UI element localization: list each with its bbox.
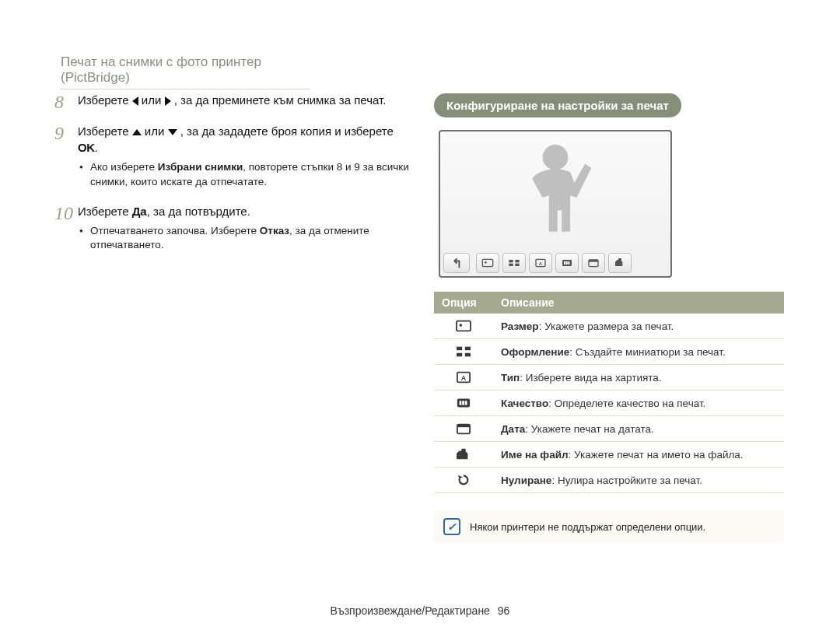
screen-icon-bar: ↰ A [443, 253, 667, 273]
table-row: Дата: Укажете печат на датата. [434, 416, 784, 442]
option-icon-cell [434, 416, 493, 442]
bullet-list: Отпечатването започва. Изберете Отказ, з… [78, 224, 412, 252]
svg-rect-28 [457, 425, 470, 428]
filename-icon-button[interactable] [608, 253, 632, 273]
table-row: Качество: Определете качество на печат. [434, 391, 784, 416]
table-row: Нулиране: Нулира настройките за печат. [434, 468, 784, 493]
arrow-right-icon [165, 96, 171, 106]
text: Изберете [78, 124, 132, 138]
text: или [145, 124, 168, 138]
svg-rect-4 [509, 264, 513, 266]
text: Изберете [78, 93, 132, 107]
layout-icon [455, 345, 472, 359]
svg-rect-9 [564, 261, 565, 264]
bold-text: Избрани снимки [158, 161, 243, 173]
option-label: Дата [501, 423, 525, 435]
text: : Укажете печат на името на файла. [569, 449, 744, 461]
quality-icon-button[interactable] [555, 253, 579, 273]
option-icon-cell: A [434, 365, 493, 391]
option-icon-cell [434, 313, 493, 339]
size-icon-button[interactable] [476, 253, 499, 273]
option-label: Качество [501, 398, 548, 409]
svg-text:A: A [461, 374, 467, 382]
page-number: 96 [498, 604, 510, 617]
page-title: Печат на снимки с фото принтер (PictBrid… [61, 54, 310, 89]
back-arrow-icon: ↰ [452, 256, 462, 271]
bullet-item: Ако изберете Избрани снимки, повторете с… [78, 160, 412, 188]
svg-rect-20 [465, 353, 471, 357]
options-table: Опция Описание Размер: Укажете размера з… [434, 292, 784, 493]
text: Изберете [78, 205, 132, 218]
option-icon-cell [434, 442, 493, 468]
svg-rect-19 [457, 353, 462, 357]
text: : Укажете печат на датата. [525, 423, 653, 435]
page-footer: Възпроизвеждане/Редактиране 96 [0, 604, 840, 617]
svg-rect-25 [462, 401, 464, 405]
svg-rect-0 [482, 259, 492, 266]
svg-point-16 [460, 324, 463, 327]
text: , за да зададете броя копия и изберете [180, 124, 394, 138]
bullet-item: Отпечатването започва. Изберете Отказ, з… [78, 224, 412, 252]
note-box: ✓ Някои принтери не поддържат определени… [434, 510, 784, 543]
config-heading: Конфигуриране на настройки за печат [434, 93, 681, 117]
filename-icon [455, 447, 472, 461]
ok-label: OK [78, 141, 95, 154]
bullet-list: Ако изберете Избрани снимки, повторете с… [78, 160, 412, 188]
svg-rect-24 [460, 401, 462, 405]
text: : Определете качество на печат. [548, 398, 705, 409]
step-8: 8 Изберете или , за да преминете към сни… [54, 92, 412, 112]
option-label: Размер [501, 321, 539, 332]
svg-rect-15 [457, 321, 471, 331]
th-option: Опция [434, 292, 493, 313]
back-button[interactable]: ↰ [443, 253, 470, 273]
svg-rect-17 [457, 347, 462, 351]
svg-point-1 [485, 261, 487, 264]
reset-icon [455, 473, 472, 487]
step-text: Изберете или , за да преминете към снимк… [78, 92, 386, 112]
svg-rect-14 [618, 258, 621, 261]
note-text: Някои принтери не поддържат определени о… [470, 521, 705, 533]
camera-screen-preview: ↰ A [439, 130, 672, 278]
option-icon-cell [434, 391, 493, 416]
text: , за да преминете към снимка за печат. [174, 93, 387, 107]
arrow-down-icon [168, 129, 177, 135]
svg-rect-3 [515, 260, 519, 262]
text: : Нулира настройките за печат. [551, 475, 702, 486]
svg-rect-11 [568, 261, 569, 264]
table-row: A Тип: Изберете вида на хартията. [434, 365, 784, 391]
info-icon: ✓ [443, 518, 460, 535]
option-desc: Качество: Определете качество на печат. [493, 391, 784, 416]
option-label: Нулиране [501, 475, 551, 486]
svg-text:A: A [539, 261, 543, 266]
footer-section: Възпроизвеждане/Редактиране [331, 604, 490, 617]
bold-text: Отказ [260, 225, 289, 236]
text: : Укажете размера за печат. [539, 321, 674, 332]
type-icon-button[interactable]: A [529, 253, 552, 273]
svg-rect-5 [515, 264, 519, 266]
left-column: 8 Изберете или , за да преминете към сни… [54, 92, 412, 266]
step-number: 10 [54, 203, 78, 255]
step-number: 9 [54, 123, 78, 191]
table-row: Име на файл: Укажете печат на името на ф… [434, 442, 784, 468]
text: : Създайте миниатюри за печат. [569, 346, 725, 358]
text: : Изберете вида на хартията. [520, 372, 661, 384]
text: Отпечатването започва. Изберете [90, 225, 260, 236]
step-9: 9 Изберете или , за да зададете броя коп… [54, 123, 412, 191]
size-icon [455, 319, 472, 333]
svg-rect-10 [566, 261, 568, 264]
option-label: Тип [501, 372, 520, 384]
svg-rect-2 [509, 260, 513, 262]
option-desc: Размер: Укажете размера за печат. [493, 313, 784, 339]
svg-rect-18 [465, 347, 471, 351]
right-column: Конфигуриране на настройки за печат ↰ A … [434, 93, 792, 543]
step-text: Изберете или , за да зададете броя копия… [78, 123, 412, 191]
option-desc: Име на файл: Укажете печат на името на ф… [493, 442, 784, 468]
option-label: Име на файл [501, 449, 569, 461]
date-icon-button[interactable] [582, 253, 605, 273]
text: . [95, 141, 98, 154]
option-desc: Дата: Укажете печат на датата. [493, 416, 784, 442]
layout-icon-button[interactable] [502, 253, 526, 273]
arrow-left-icon [132, 96, 138, 106]
th-description: Описание [493, 292, 784, 313]
svg-rect-13 [589, 260, 598, 262]
